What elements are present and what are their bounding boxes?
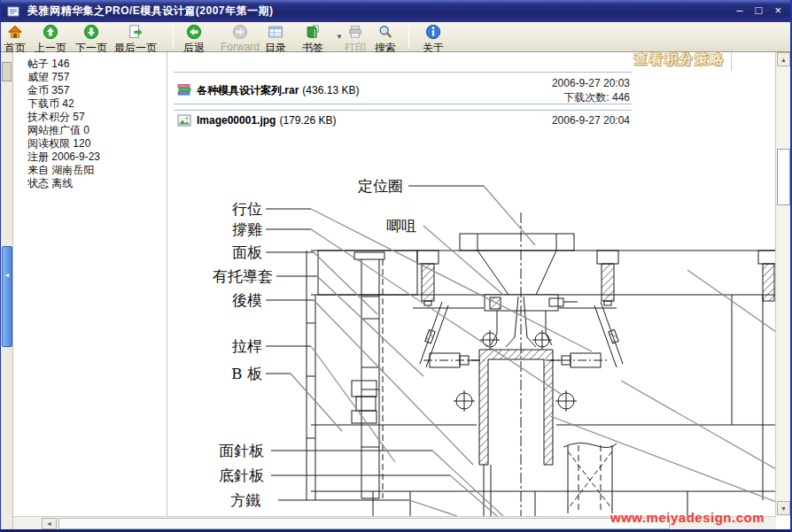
maximize-button[interactable]: □ <box>756 3 763 19</box>
label-core-plate: 後模 <box>232 291 262 309</box>
bookmark-dropdown-arrow-icon[interactable]: ▼ <box>336 33 343 41</box>
arrow-up-circle-icon <box>43 24 58 40</box>
info-circle-icon <box>425 24 441 40</box>
vertical-scrollbar[interactable]: ▲ ▼ <box>775 52 790 516</box>
scroll-down-button[interactable]: ▼ <box>777 501 790 515</box>
close-button[interactable]: × <box>774 3 781 19</box>
attachment-date: 2006-9-27 20:04 <box>552 113 630 127</box>
attachment-filename[interactable]: Image00001.jpg <box>197 114 276 127</box>
home-icon <box>7 24 23 40</box>
label-ejector-base: 底針板 <box>219 466 264 484</box>
content-pane: 查看积分策略 各种模具设计案列.rar (436.13 KB) 2006-9-2… <box>167 52 776 516</box>
toolbar: 首页 上一页 下一页 最后一页 <box>1 22 790 52</box>
arrow-right-circle-disabled-icon <box>232 24 248 40</box>
label-tie-bar: 拉桿 <box>231 337 262 355</box>
stat-status: 状态 离线 <box>27 177 167 190</box>
stat-registered: 注册 2006-9-23 <box>27 150 167 164</box>
scroll-left-button[interactable]: ◄ <box>42 518 57 529</box>
stat-posts: 帖子 146 <box>27 58 167 71</box>
poster-info-sidebar: 帖子 146 威望 757 金币 357 下载币 42 技术积分 57 网站推广… <box>13 52 167 516</box>
search-icon <box>377 24 393 40</box>
attachment-filesize: (436.13 KB) <box>302 84 359 96</box>
arrow-down-circle-icon <box>83 24 99 40</box>
label-slider: 行位 <box>232 200 262 218</box>
toolbar-separator <box>408 26 409 49</box>
image-file-icon <box>177 113 191 127</box>
splitter-scroll-thumb[interactable] <box>2 62 12 81</box>
printer-disabled-icon <box>347 24 363 40</box>
header-divider <box>731 52 732 71</box>
label-wedge: 撐雞 <box>232 220 262 238</box>
titlebar: 美雅网精华集之PRO/E模具设计篇(2007年第一期) – □ × <box>1 0 790 22</box>
collapse-panel-handle[interactable]: ◄ <box>2 246 12 347</box>
stat-gold: 金币 357 <box>27 84 167 97</box>
stat-promo: 网站推广值 0 <box>27 124 167 137</box>
view-points-policy-link[interactable]: 查看积分策略 <box>634 52 725 68</box>
attachment-downloads: 下载次数: 446 <box>552 90 630 104</box>
collapse-arrow-icon: ◄ <box>4 272 11 346</box>
stat-tech-score: 技术积分 57 <box>27 111 167 124</box>
app-icon <box>6 4 20 19</box>
minimize-button[interactable]: – <box>736 3 742 19</box>
bookmark-book-icon <box>305 24 321 40</box>
vertical-scroll-thumb[interactable] <box>777 149 790 205</box>
site-watermark: www.meiyadesign.com <box>610 510 765 525</box>
toolbar-separator <box>173 26 174 49</box>
bookmark-button[interactable]: 书签 <box>302 24 323 56</box>
label-spacer-block: 方鐵 <box>230 491 260 509</box>
forward-button: Forward <box>221 24 260 53</box>
label-sprue-nozzle: 唧咀 <box>386 217 416 235</box>
print-button: 打印 <box>345 24 366 56</box>
horizontal-scroll-thumb[interactable] <box>58 518 670 529</box>
rar-file-icon <box>177 83 191 97</box>
back-button[interactable]: 后退 <box>183 24 205 56</box>
label-ejector-plate: 面針板 <box>219 442 264 459</box>
window-title: 美雅网精华集之PRO/E模具设计篇(2007年第一期) <box>27 4 274 19</box>
home-button[interactable]: 首页 <box>4 24 26 56</box>
mold-diagram-image: 定位圈 唧咀 行位 撐雞 面板 有托導套 後模 拉桿 B 板 面針板 底針板 方… <box>191 164 776 516</box>
label-guide-bush: 有托導套 <box>213 267 273 285</box>
label-top-plate: 面板 <box>232 243 262 261</box>
attachment-date: 2006-9-27 20:03 <box>552 76 630 90</box>
stat-dl-coins: 下载币 42 <box>27 97 167 111</box>
arrow-left-circle-icon <box>186 24 202 40</box>
scroll-up-button[interactable]: ▲ <box>777 52 790 66</box>
last-page-icon <box>128 24 144 40</box>
attachment-filename[interactable]: 各种模具设计案列.rar <box>197 83 299 98</box>
ebook-reader-window: 美雅网精华集之PRO/E模具设计篇(2007年第一期) – □ × 首页 上一页 <box>0 0 792 532</box>
panel-splitter-strip: ◄ <box>1 52 13 529</box>
attachment-row: 各种模具设计案列.rar (436.13 KB) 2006-9-27 20:03… <box>174 72 632 104</box>
stat-read-perm: 阅读权限 120 <box>27 137 167 150</box>
label-b-plate: B 板 <box>231 365 262 382</box>
last-page-button[interactable]: 最后一页 <box>114 24 157 56</box>
search-button[interactable]: 搜索 <box>375 24 396 56</box>
about-button[interactable]: 关于 <box>423 24 444 56</box>
contents-button[interactable]: 目录 <box>265 24 286 56</box>
next-page-button[interactable]: 下一页 <box>75 24 107 56</box>
attachment-filesize: (179.26 KB) <box>279 114 336 127</box>
contents-table-icon <box>268 24 283 40</box>
stat-prestige: 威望 757 <box>27 71 167 84</box>
label-locating-ring: 定位圈 <box>357 177 403 195</box>
stat-from: 来自 湖南岳阳 <box>27 164 167 177</box>
attachment-row: Image00001.jpg (179.26 KB) 2006-9-27 20:… <box>174 110 632 131</box>
prev-page-button[interactable]: 上一页 <box>35 24 66 56</box>
